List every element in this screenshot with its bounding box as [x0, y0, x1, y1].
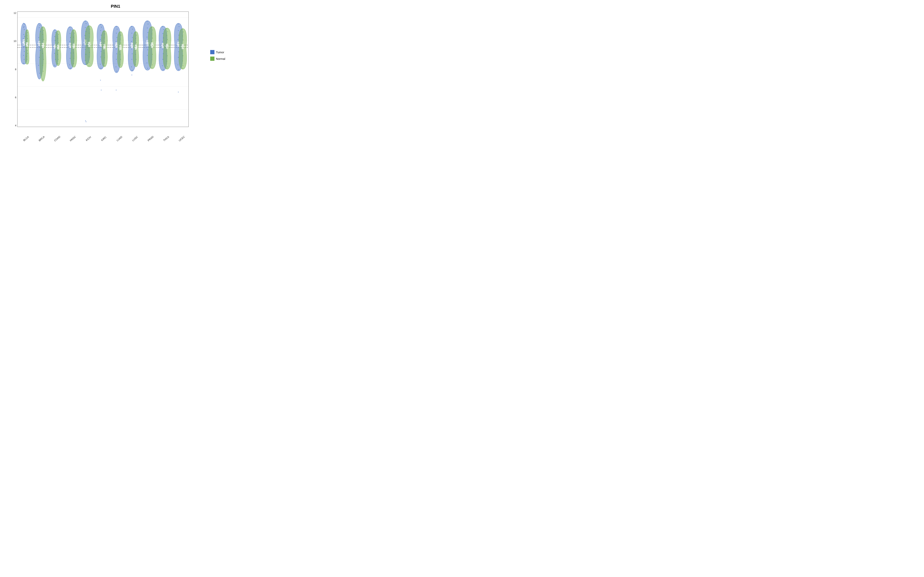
svg-point-127: [89, 29, 90, 30]
svg-point-212: [136, 50, 137, 50]
svg-point-263: [166, 51, 167, 52]
svg-point-70: [54, 36, 55, 37]
svg-point-250: [162, 42, 163, 42]
y-tick-12: 12: [11, 11, 16, 15]
svg-point-73: [55, 48, 56, 49]
svg-point-252: [162, 49, 163, 50]
svg-point-52: [39, 73, 40, 74]
svg-point-14: [23, 27, 24, 28]
svg-point-164: [104, 63, 105, 63]
chart-title: PIN1: [0, 0, 231, 10]
x-label-hnsc: HNSC: [68, 135, 77, 142]
svg-point-126: [89, 26, 89, 27]
svg-point-29: [27, 35, 27, 36]
svg-point-30: [27, 38, 28, 39]
svg-point-60: [43, 59, 44, 60]
svg-point-228: [147, 55, 148, 56]
svg-point-133: [89, 52, 90, 53]
svg-rect-87: [69, 43, 71, 48]
legend-tumor-color: [210, 50, 215, 54]
svg-point-55: [42, 34, 43, 35]
svg-point-159: [104, 42, 105, 42]
svg-point-290: [182, 51, 183, 52]
svg-point-293: [183, 65, 183, 66]
svg-point-71: [55, 40, 55, 41]
svg-point-285: [183, 32, 184, 32]
svg-point-210: [136, 42, 137, 43]
svg-rect-67: [57, 45, 59, 49]
svg-point-173: [116, 37, 117, 38]
svg-point-21: [23, 44, 24, 45]
svg-point-196: [132, 29, 133, 30]
svg-point-282: [178, 69, 179, 70]
svg-point-240: [152, 64, 153, 65]
svg-point-259: [166, 35, 167, 36]
svg-point-211: [135, 46, 136, 47]
svg-point-93: [70, 37, 71, 38]
svg-point-22: [24, 46, 24, 47]
svg-point-94: [69, 41, 70, 42]
svg-point-43: [40, 25, 40, 26]
svg-point-197: [131, 33, 132, 34]
svg-point-234: [152, 38, 153, 39]
svg-point-138: [86, 121, 86, 122]
svg-point-132: [89, 47, 89, 48]
svg-point-154: [100, 80, 101, 81]
svg-point-160: [103, 45, 104, 46]
svg-point-123: [86, 54, 86, 55]
svg-point-273: [179, 26, 179, 27]
svg-point-119: [86, 39, 86, 39]
svg-point-187: [121, 50, 121, 51]
svg-point-257: [166, 28, 167, 29]
svg-point-238: [152, 54, 153, 55]
svg-point-201: [131, 49, 132, 50]
svg-point-283: [178, 92, 179, 92]
svg-point-170: [116, 26, 117, 27]
svg-point-31: [27, 41, 27, 42]
svg-point-189: [120, 59, 121, 60]
legend-tumor-label: Tumor: [216, 51, 224, 54]
svg-rect-41: [42, 43, 44, 48]
svg-point-134: [89, 56, 89, 57]
svg-point-114: [85, 21, 86, 21]
svg-point-223: [147, 32, 148, 33]
svg-point-247: [163, 29, 164, 30]
svg-point-153: [100, 68, 101, 69]
svg-point-230: [147, 68, 148, 69]
svg-point-20: [24, 42, 25, 43]
svg-point-236: [152, 45, 153, 46]
svg-point-255: [162, 65, 163, 66]
svg-point-275: [178, 35, 179, 35]
svg-point-102: [74, 33, 75, 34]
svg-point-120: [85, 42, 86, 43]
chart-area: [17, 11, 189, 127]
svg-point-57: [42, 44, 43, 45]
svg-point-220: [147, 21, 148, 21]
svg-point-207: [135, 32, 136, 32]
svg-point-121: [86, 45, 86, 46]
svg-point-163: [104, 57, 105, 58]
svg-point-264: [167, 55, 168, 56]
svg-point-143: [100, 24, 101, 25]
x-label-blca: BLCA: [22, 135, 30, 142]
svg-point-28: [27, 32, 28, 33]
svg-point-175: [116, 45, 117, 46]
svg-point-221: [148, 24, 149, 24]
svg-point-68: [54, 30, 55, 31]
svg-point-278: [178, 47, 179, 47]
svg-point-232: [152, 30, 153, 31]
svg-point-188: [120, 54, 121, 55]
svg-point-253: [163, 53, 164, 54]
legend: Tumor Normal: [210, 50, 225, 61]
svg-point-199: [131, 41, 132, 42]
svg-point-213: [135, 54, 136, 55]
svg-point-24: [23, 55, 24, 56]
svg-point-19: [24, 40, 24, 41]
svg-point-96: [69, 48, 70, 49]
svg-point-165: [104, 65, 105, 66]
legend-normal: Normal: [210, 56, 225, 61]
svg-point-104: [74, 41, 74, 42]
svg-point-129: [89, 37, 90, 37]
svg-point-222: [147, 27, 148, 28]
svg-point-186: [120, 47, 120, 47]
